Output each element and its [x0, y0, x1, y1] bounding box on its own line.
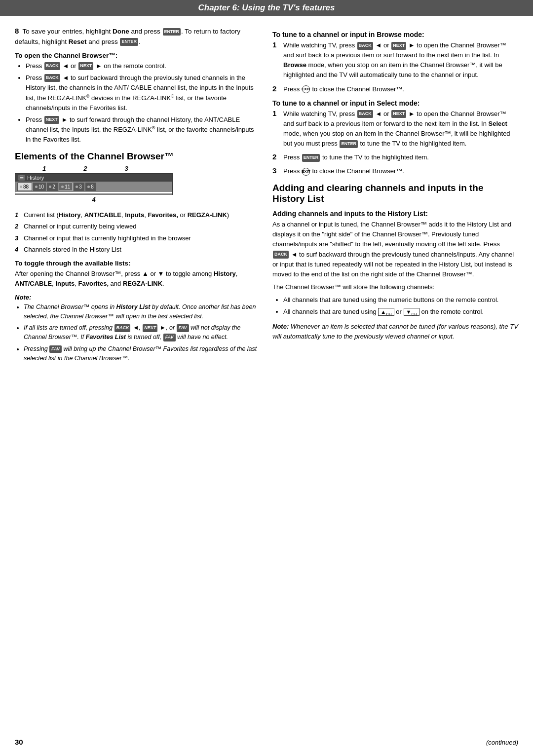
- note-bullets: The Channel Browser™ opens in History Li…: [15, 302, 261, 363]
- list-icon: ☰: [18, 175, 25, 181]
- adding-bullet-1: All channels that are tuned using the nu…: [283, 295, 518, 305]
- next-icon-browse: NEXT: [391, 42, 406, 50]
- select-step1-num: 1: [272, 109, 280, 117]
- back-icon-adding: BACK: [273, 251, 289, 259]
- browse-step2-block: 2 Press EXIT to close the Channel Browse…: [272, 84, 518, 94]
- channel-row: 88 10 2 11 3: [15, 182, 172, 192]
- adding-body1: As a channel or input is tuned, the Chan…: [272, 220, 518, 279]
- note-bullet-2: If all lists are turned off, pressing BA…: [24, 323, 261, 342]
- page-number: 30: [15, 738, 23, 746]
- browse-step1-num: 1: [272, 40, 280, 49]
- toggle-heading: To toggle through the available lists:: [15, 260, 261, 267]
- bullet-item-2: Press BACK ◄ to surf backward through th…: [26, 73, 261, 113]
- open-browser-bullets: Press BACK ◄ or NEXT ► on the remote con…: [15, 61, 261, 145]
- note-label: Note:: [15, 294, 31, 301]
- adding-bullet-2: All channels that are tuned using ▲CH or…: [283, 307, 518, 318]
- fav-icon-note2: FAV: [163, 334, 176, 341]
- enter-icon-select: ENTER: [340, 140, 358, 148]
- continued-text: (continued): [486, 739, 518, 746]
- elements-item-1: 1 Current list (History, ANT/CABLE, Inpu…: [15, 210, 261, 220]
- adding-bullets: All channels that are tuned using the nu…: [272, 295, 518, 318]
- elements-list: 1 Current list (History, ANT/CABLE, Inpu…: [15, 210, 261, 255]
- back-icon2: BACK: [44, 74, 60, 82]
- bullet-item-1: Press BACK ◄ or NEXT ► on the remote con…: [26, 61, 261, 71]
- browse-step1-content: While watching TV, press BACK ◄ or NEXT …: [283, 40, 518, 80]
- channel-10: 10: [33, 183, 46, 191]
- fav-icon-note: FAV: [177, 324, 189, 332]
- elements-item-2: 2 Channel or input currently being viewe…: [15, 222, 261, 231]
- channel-2: 2: [47, 183, 58, 191]
- select-step3-block: 3 Press EXIT to close the Channel Browse…: [272, 166, 518, 176]
- step8-number: 8: [15, 27, 19, 35]
- select-heading: To tune to a channel or input in Select …: [272, 99, 518, 107]
- ch-up-icon: ▲CH: [378, 308, 394, 316]
- history-label: History: [27, 175, 44, 181]
- select-step2-num: 2: [272, 152, 280, 161]
- back-icon-note: BACK: [114, 324, 130, 332]
- diagram-num-1: 1: [42, 165, 46, 172]
- browse-step1-block: 1 While watching TV, press BACK ◄ or NEX…: [272, 40, 518, 80]
- enter-icon-select2: ENTER: [302, 154, 320, 162]
- browser-box: ☰ History 88 10 2: [15, 173, 173, 195]
- channel-browser-diagram: 1 2 3 ☰ History 88: [15, 165, 173, 203]
- next-icon-note: NEXT: [143, 324, 157, 332]
- enter-icon: ENTER: [163, 28, 181, 36]
- adding-heading: Adding and clearing channels and inputs …: [272, 183, 518, 205]
- back-icon: BACK: [44, 62, 60, 70]
- note-bullet-3: Pressing FAV will bring up the Channel B…: [24, 344, 261, 363]
- diagram-num-3: 3: [124, 165, 128, 172]
- open-browser-heading: To open the Channel Browser™:: [15, 52, 261, 59]
- fav-icon-note3: FAV: [49, 345, 62, 353]
- adding-body2: The Channel Browser™ will store the foll…: [272, 282, 518, 292]
- exit-icon-select: EXIT: [302, 168, 310, 176]
- elements-item-3: 3 Channel or input that is currently hig…: [15, 233, 261, 243]
- right-column: To tune to a channel or input in Browse …: [272, 26, 518, 365]
- channel-8: 8: [85, 183, 96, 191]
- enter-icon2: ENTER: [120, 38, 138, 46]
- chapter-title: Chapter 6: Using the TV's features: [198, 3, 335, 12]
- browse-heading: To tune to a channel or input in Browse …: [272, 31, 518, 38]
- chapter-header: Chapter 6: Using the TV's features: [0, 0, 533, 16]
- note-section: Note: The Channel Browser™ opens in Hist…: [15, 293, 261, 363]
- browse-step2-content: Press EXIT to close the Channel Browser™…: [283, 84, 404, 94]
- channel-11: 11: [59, 183, 73, 191]
- step8-mid: and press: [131, 28, 160, 35]
- next-icon: NEXT: [78, 62, 93, 70]
- channel-3: 3: [74, 183, 84, 191]
- diagram-num-4: 4: [15, 196, 173, 203]
- select-step3-num: 3: [272, 166, 280, 175]
- note-bullet-1: The Channel Browser™ opens in History Li…: [24, 302, 261, 321]
- left-column: 8 To save your entries, highlight Done a…: [15, 26, 261, 365]
- select-step2-block: 2 Press ENTER to tune the TV to the high…: [272, 152, 518, 162]
- final-note: Note: Whenever an item is selected that …: [272, 322, 518, 341]
- ch-down-icon: ▼CH: [404, 308, 419, 316]
- final-note-label: Note:: [272, 323, 289, 330]
- adding-sub: Adding channels and inputs to the Histor…: [272, 210, 518, 218]
- history-header: ☰ History: [15, 174, 172, 182]
- back-icon-browse: BACK: [357, 42, 373, 50]
- done-label: Done: [113, 28, 129, 35]
- exit-icon-browse: EXIT: [302, 85, 310, 93]
- browse-step2-num: 2: [272, 84, 280, 93]
- channel-88: 88: [17, 183, 32, 191]
- bullet-item-3: Press NEXT ► to surf forward through the…: [26, 115, 261, 145]
- next-icon-select: NEXT: [391, 110, 406, 118]
- toggle-body: After opening the Channel Browser™, pres…: [15, 269, 261, 289]
- select-step1-block: 1 While watching TV, press BACK ◄ or NEX…: [272, 109, 518, 149]
- elements-heading: Elements of the Channel Browser™: [15, 151, 261, 162]
- elements-item-4: 4 Channels stored in the History List: [15, 245, 261, 255]
- page-footer: 30 (continued): [15, 738, 518, 746]
- step8-intro: 8 To save your entries, highlight Done a…: [15, 26, 261, 47]
- select-step2-content: Press ENTER to tune the TV to the highli…: [283, 152, 429, 162]
- select-step3-content: Press EXIT to close the Channel Browser™…: [283, 166, 404, 176]
- back-icon-select: BACK: [357, 110, 373, 118]
- select-step1-content: While watching TV, press BACK ◄ or NEXT …: [283, 109, 518, 149]
- next-icon2: NEXT: [44, 116, 59, 124]
- step8-text: To save your entries, highlight: [23, 28, 111, 35]
- diagram-num-2: 2: [83, 165, 87, 172]
